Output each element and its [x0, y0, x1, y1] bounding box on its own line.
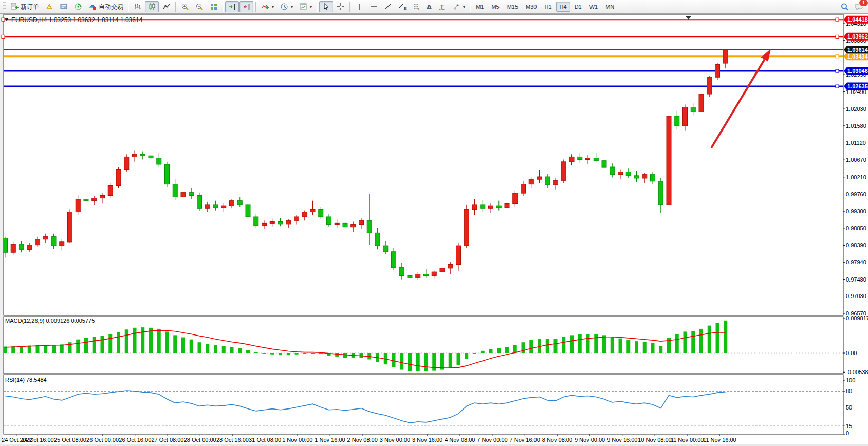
macd-histogram-bar: [465, 353, 468, 359]
new-order-button[interactable]: 新订单: [7, 1, 42, 12]
price-axis-label: 0.98390: [846, 242, 866, 248]
dropdown-arrow-icon: ▾: [291, 5, 293, 9]
macd-histogram-bar: [206, 344, 209, 353]
fibonacci-tool-button[interactable]: F: [410, 1, 423, 12]
dropdown-arrow-icon: ▾: [272, 5, 274, 9]
timeframe-h4-button[interactable]: H4: [556, 2, 570, 12]
vertical-line-tool-button[interactable]: [352, 1, 366, 12]
navigator-button[interactable]: [71, 1, 85, 12]
line-handle[interactable]: [836, 69, 839, 72]
macd-histogram-bar: [473, 353, 476, 354]
candle-body: [723, 50, 728, 63]
horizontal-line-tool-button[interactable]: [366, 1, 380, 12]
candle-body: [302, 212, 307, 217]
candle-body: [140, 154, 145, 156]
candle-body: [189, 193, 194, 196]
autotrading-button[interactable]: 自动交易: [85, 1, 126, 12]
macd-histogram-bar: [133, 328, 137, 353]
macd-histogram-bar: [529, 340, 533, 353]
candle-body: [456, 246, 461, 264]
candle-body: [521, 184, 526, 193]
crosshair-icon: [336, 3, 345, 11]
toolbar-separator: [175, 2, 176, 12]
trend-arrow-annotation[interactable]: [711, 49, 771, 148]
price-axis-label: 0.97940: [846, 259, 866, 265]
chart-shift-marker[interactable]: [685, 16, 692, 20]
time-axis-label: 9 Nov 16:00: [607, 437, 637, 443]
macd-histogram-bar: [165, 331, 169, 353]
rsi-axis-label: 50: [846, 404, 852, 411]
text-label-tool-button[interactable]: T: [435, 1, 449, 12]
macd-histogram-bar: [222, 346, 226, 353]
macd-histogram-bar: [311, 353, 315, 354]
price-badge-label: 1.03962: [847, 33, 868, 40]
periods-dropdown-button[interactable]: ▾: [277, 1, 296, 12]
timeframe-w1-button[interactable]: W1: [586, 2, 602, 12]
candle-body: [19, 244, 24, 249]
line-handle[interactable]: [836, 55, 839, 58]
timeframe-m5-button[interactable]: M5: [488, 2, 503, 12]
timeframe-d1-button[interactable]: D1: [571, 2, 585, 12]
macd-histogram-bar: [505, 347, 509, 353]
timeframe-m1-button[interactable]: M1: [472, 2, 487, 12]
arrows-dropdown-button[interactable]: ▾: [449, 1, 468, 12]
candle-body: [230, 201, 234, 206]
candle-body: [610, 167, 615, 175]
line-handle[interactable]: [836, 35, 839, 38]
macd-histogram-bar: [303, 353, 306, 354]
svg-text:T: T: [440, 4, 444, 10]
chart-window[interactable]: 1.043101.038601.029501.024901.020301.015…: [0, 14, 868, 446]
svg-text:F: F: [418, 7, 420, 11]
cursor-tool-button[interactable]: [319, 1, 333, 12]
toolbar-grip[interactable]: [3, 2, 6, 11]
macd-histogram-bar: [481, 351, 485, 353]
timeframe-m30-button[interactable]: M30: [522, 2, 540, 12]
macd-histogram-bar: [141, 327, 144, 353]
chart-canvas[interactable]: 1.043101.038601.029501.024901.020301.015…: [0, 14, 868, 446]
candle-body: [213, 205, 218, 208]
candle-body: [254, 217, 258, 226]
line-handle[interactable]: [2, 35, 5, 38]
macd-histogram-bar: [538, 339, 541, 353]
line-handle[interactable]: [836, 18, 839, 21]
search-button[interactable]: [838, 1, 852, 12]
line-handle[interactable]: [836, 85, 839, 88]
line-chart-button[interactable]: [159, 1, 173, 12]
market-watch-button[interactable]: [42, 1, 56, 12]
data-window-button[interactable]: [57, 1, 70, 12]
time-axis-label: 28 Oct 16:00: [216, 437, 249, 443]
zoom-out-button[interactable]: [192, 1, 206, 12]
timeframe-m15-button[interactable]: M15: [504, 2, 522, 12]
templates-dropdown-button[interactable]: ▾: [296, 1, 315, 12]
time-axis-label: 8 Nov 08:00: [542, 437, 572, 443]
macd-histogram-bar: [432, 353, 436, 371]
candle-body: [489, 206, 493, 208]
indicators-dropdown-button[interactable]: ▾: [258, 1, 276, 12]
trendline-tool-button[interactable]: [381, 1, 395, 12]
tile-windows-button[interactable]: [207, 1, 220, 12]
candle-body: [472, 205, 477, 209]
cursor-icon: [322, 3, 330, 11]
price-axis-label: 1.01580: [846, 123, 866, 129]
auto-scroll-button[interactable]: [225, 1, 239, 12]
time-axis-label: 1 Nov 16:00: [315, 437, 345, 443]
candle-body: [537, 177, 542, 179]
macd-histogram-bar: [84, 338, 88, 353]
channel-tool-button[interactable]: E: [395, 1, 409, 12]
arrow-head[interactable]: [761, 49, 771, 62]
macd-histogram-bar: [246, 350, 250, 353]
line-handle[interactable]: [2, 18, 5, 21]
chart-shift-button[interactable]: [239, 1, 253, 12]
time-axis-label: 1 Nov 00:00: [282, 437, 312, 443]
candle-body: [92, 198, 97, 201]
notifications-button[interactable]: 1: [852, 1, 866, 12]
crosshair-tool-button[interactable]: [334, 1, 347, 12]
bar-chart-button[interactable]: [131, 1, 144, 12]
zoom-in-button[interactable]: [178, 1, 192, 12]
text-tool-button[interactable]: A: [424, 1, 434, 12]
candle-body: [505, 204, 509, 208]
candlestick-chart-button[interactable]: [145, 1, 159, 12]
timeframe-mn-button[interactable]: MN: [602, 2, 618, 12]
candle-body: [545, 177, 550, 185]
timeframe-h1-button[interactable]: H1: [541, 2, 556, 12]
